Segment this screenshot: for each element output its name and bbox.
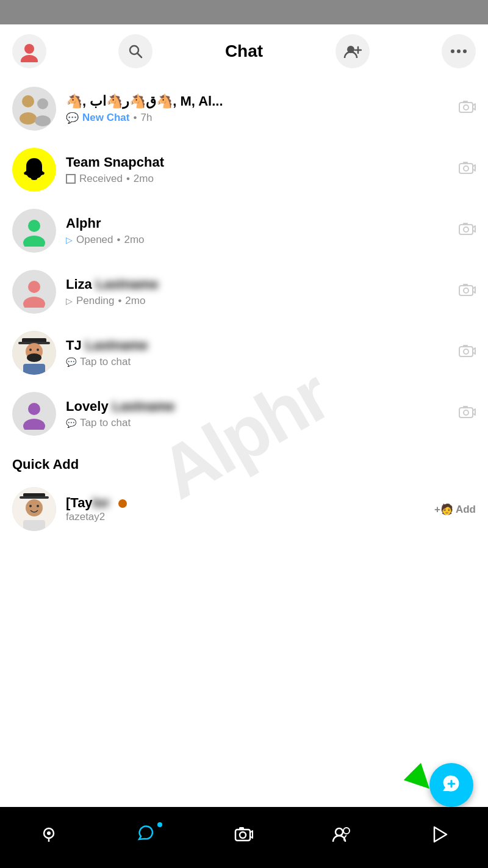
svg-point-51 <box>29 505 32 507</box>
svg-point-26 <box>28 281 40 293</box>
svg-point-40 <box>464 349 468 354</box>
chat-status-snapchat: Received • 2mo <box>66 173 451 185</box>
nav-item-spotlight[interactable] <box>415 825 464 844</box>
camera-icon-group[interactable] <box>459 100 476 117</box>
quick-add-name-tay: [Taylor <box>66 495 434 511</box>
more-options-button[interactable] <box>442 34 476 68</box>
chat-item-alphr[interactable]: Alphr ▷ Opened • 2mo <box>0 200 488 261</box>
chat-name-snapchat: Team Snapchat <box>66 154 451 170</box>
svg-rect-49 <box>20 496 49 499</box>
quick-add-item-tay[interactable]: [Taylor fazetay2 +🧑 Add <box>0 479 488 540</box>
chat-content-tj: TJ Lastname 💬 Tap to chat <box>66 338 451 368</box>
chat-item-liza[interactable]: Liza Lastname ▷ Pending • 2mo <box>0 261 488 322</box>
status-time-liza: 2mo <box>125 295 145 307</box>
chat-content-snapchat: Team Snapchat Received • 2mo <box>66 154 451 185</box>
svg-point-56 <box>47 831 51 835</box>
status-time-snapchat: 2mo <box>134 173 154 185</box>
svg-point-52 <box>37 505 39 507</box>
svg-rect-41 <box>463 345 468 347</box>
nav-item-map[interactable] <box>24 825 73 844</box>
chat-item-tj[interactable]: TJ Lastname 💬 Tap to chat <box>0 322 488 383</box>
quick-add-content-tay: [Taylor fazetay2 <box>66 495 434 523</box>
chat-name-tj: TJ Lastname <box>66 338 451 353</box>
svg-point-16 <box>464 105 468 110</box>
svg-point-0 <box>24 44 34 54</box>
svg-rect-60 <box>239 827 244 830</box>
pending-icon: ▷ <box>66 296 73 306</box>
svg-point-21 <box>28 220 40 232</box>
svg-point-43 <box>23 419 45 430</box>
status-dot-snapchat: • <box>126 173 130 185</box>
status-label-alphr: Opened <box>76 234 113 246</box>
svg-point-14 <box>35 115 51 126</box>
status-bar <box>0 0 488 24</box>
svg-point-29 <box>464 288 468 293</box>
svg-rect-20 <box>463 162 468 164</box>
status-dot: • <box>133 112 137 124</box>
chat-notification-dot <box>157 822 162 827</box>
opened-icon: ▷ <box>66 235 73 245</box>
svg-rect-23 <box>459 225 473 234</box>
arrow-indicator <box>403 762 439 801</box>
avatar-alphr <box>12 209 56 253</box>
svg-rect-28 <box>459 286 473 295</box>
add-friend-button[interactable] <box>336 34 370 68</box>
chat-name-lovely: Lovely Lastname <box>66 399 451 414</box>
svg-rect-39 <box>459 347 473 356</box>
chat-status-alphr: ▷ Opened • 2mo <box>66 234 451 246</box>
chat-content-liza: Liza Lastname ▷ Pending • 2mo <box>66 277 451 307</box>
profile-avatar[interactable] <box>12 34 46 68</box>
chat-status-group: 💬 New Chat • 7h <box>66 112 451 125</box>
quick-add-username-tay: fazetay2 <box>66 511 434 523</box>
chat-content-group: 🐴, ق🐴ر🐴اب🐴, M, Al... 💬 New Chat • 7h <box>66 93 451 125</box>
camera-icon-lovely[interactable] <box>459 405 476 422</box>
chat-item-lovely[interactable]: Lovely Lastname 💬 Tap to chat <box>0 383 488 444</box>
chat-status-tj: 💬 Tap to chat <box>66 356 451 368</box>
svg-point-1 <box>21 55 38 62</box>
chat-list: 🐴, ق🐴ر🐴اب🐴, M, Al... 💬 New Chat • 7h <box>0 78 488 807</box>
chat-content-lovely: Lovely Lastname 💬 Tap to chat <box>66 399 451 429</box>
status-label-tj: Tap to chat <box>80 356 131 368</box>
chat-name-group: 🐴, ق🐴ر🐴اب🐴, M, Al... <box>66 93 451 109</box>
svg-rect-17 <box>463 101 468 103</box>
svg-point-42 <box>28 403 40 415</box>
chat-item-group[interactable]: 🐴, ق🐴ر🐴اب🐴, M, Al... 💬 New Chat • 7h <box>0 78 488 139</box>
camera-icon-tj[interactable] <box>459 344 476 361</box>
chat-bubble-icon-tj: 💬 <box>66 357 76 367</box>
status-dot-alphr: • <box>117 234 121 246</box>
status-label-snapchat: Received <box>79 173 123 185</box>
add-friend-tay-button[interactable]: +🧑 Add <box>434 503 476 516</box>
svg-rect-38 <box>23 364 45 375</box>
nav-item-chat[interactable] <box>122 825 171 844</box>
svg-point-45 <box>464 410 468 415</box>
svg-marker-63 <box>434 827 447 842</box>
avatar-tay <box>12 487 56 531</box>
svg-point-35 <box>29 349 32 351</box>
status-label-lovely: Tap to chat <box>80 417 131 429</box>
svg-rect-18 <box>459 164 473 173</box>
nav-item-camera[interactable] <box>220 825 268 844</box>
svg-point-27 <box>23 297 45 308</box>
svg-point-36 <box>37 349 39 351</box>
bottom-nav <box>0 807 488 868</box>
camera-icon-alphr[interactable] <box>459 222 476 239</box>
camera-icon-liza[interactable] <box>459 283 476 300</box>
header: Chat <box>0 24 488 78</box>
svg-point-11 <box>22 95 34 107</box>
nav-item-friends[interactable] <box>317 825 366 844</box>
svg-rect-53 <box>23 520 45 531</box>
phone-frame: Chat Alphr <box>0 0 488 868</box>
chat-content-alphr: Alphr ▷ Opened • 2mo <box>66 215 451 246</box>
svg-rect-58 <box>235 830 250 841</box>
svg-point-59 <box>240 832 246 838</box>
chat-status-liza: ▷ Pending • 2mo <box>66 295 451 307</box>
new-chat-icon: 💬 <box>66 112 79 125</box>
chat-status-lovely: 💬 Tap to chat <box>66 417 451 429</box>
chat-item-snapchat[interactable]: Team Snapchat Received • 2mo <box>0 139 488 200</box>
svg-point-7 <box>451 49 454 53</box>
search-button[interactable] <box>118 34 152 68</box>
svg-marker-54 <box>404 763 439 798</box>
avatar-lovely <box>12 392 56 436</box>
svg-rect-25 <box>463 223 468 225</box>
camera-icon-snapchat[interactable] <box>459 161 476 178</box>
